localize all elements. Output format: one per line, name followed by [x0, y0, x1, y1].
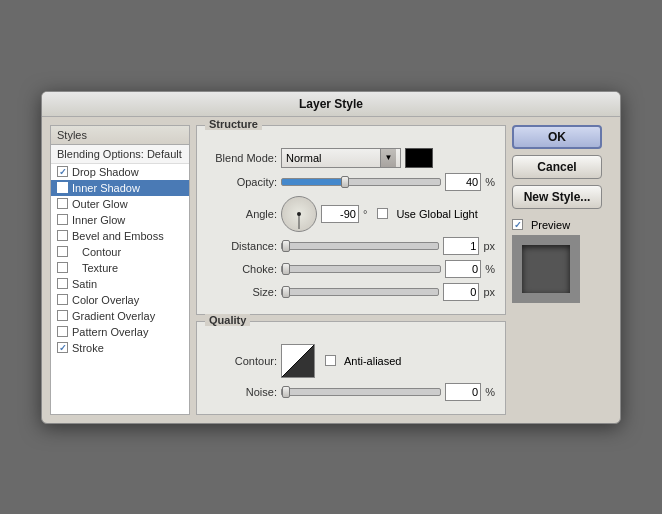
styles-list: Drop ShadowInner ShadowOuter GlowInner G… — [51, 164, 189, 356]
blend-mode-row: Blend Mode: Normal ▼ — [207, 148, 495, 168]
style-checkbox[interactable] — [57, 246, 68, 257]
sidebar-item-outer-glow[interactable]: Outer Glow — [51, 196, 189, 212]
sidebar-item-inner-shadow[interactable]: Inner Shadow — [51, 180, 189, 196]
style-label: Inner Shadow — [72, 182, 140, 194]
style-label: Contour — [72, 246, 121, 258]
contour-label: Contour: — [207, 355, 277, 367]
styles-panel-title: Styles — [51, 126, 189, 145]
opacity-thumb[interactable] — [341, 176, 349, 188]
sidebar-item-bevel-and-emboss[interactable]: Bevel and Emboss — [51, 228, 189, 244]
choke-unit: % — [485, 263, 495, 275]
noise-input[interactable] — [445, 383, 481, 401]
angle-center-dot — [297, 212, 301, 216]
preview-section: Preview — [512, 219, 612, 303]
new-style-button[interactable]: New Style... — [512, 185, 602, 209]
choke-label: Choke: — [207, 263, 277, 275]
layer-style-dialog: Layer Style Styles Blending Options: Def… — [41, 91, 621, 424]
distance-slider[interactable] — [281, 242, 439, 250]
choke-thumb[interactable] — [282, 263, 290, 275]
distance-unit: px — [483, 240, 495, 252]
noise-label: Noise: — [207, 386, 277, 398]
style-checkbox[interactable] — [57, 182, 68, 193]
style-label: Bevel and Emboss — [72, 230, 164, 242]
style-label: Satin — [72, 278, 97, 290]
center-panel: Structure Blend Mode: Normal ▼ Opacity: — [196, 125, 506, 415]
anti-aliased-checkbox[interactable] — [325, 355, 336, 366]
blend-mode-select[interactable]: Normal ▼ — [281, 148, 401, 168]
contour-row: Contour: Anti-aliased — [207, 344, 495, 378]
sidebar-item-inner-glow[interactable]: Inner Glow — [51, 212, 189, 228]
style-label: Stroke — [72, 342, 104, 354]
style-checkbox[interactable] — [57, 166, 68, 177]
sidebar-item-drop-shadow[interactable]: Drop Shadow — [51, 164, 189, 180]
style-checkbox[interactable] — [57, 262, 68, 273]
style-checkbox[interactable] — [57, 278, 68, 289]
style-label: Inner Glow — [72, 214, 125, 226]
angle-needle — [299, 215, 300, 229]
size-unit: px — [483, 286, 495, 298]
noise-thumb[interactable] — [282, 386, 290, 398]
blending-options-item[interactable]: Blending Options: Default — [51, 145, 189, 164]
right-panel: OK Cancel New Style... Preview — [512, 125, 612, 415]
opacity-slider[interactable] — [281, 178, 441, 186]
angle-unit: ° — [363, 208, 367, 220]
angle-input[interactable] — [321, 205, 359, 223]
sidebar-item-color-overlay[interactable]: Color Overlay — [51, 292, 189, 308]
sidebar-item-stroke[interactable]: Stroke — [51, 340, 189, 356]
choke-input[interactable] — [445, 260, 481, 278]
style-label: Drop Shadow — [72, 166, 139, 178]
sidebar-item-pattern-overlay[interactable]: Pattern Overlay — [51, 324, 189, 340]
opacity-unit: % — [485, 176, 495, 188]
style-label: Color Overlay — [72, 294, 139, 306]
global-light-checkbox[interactable] — [377, 208, 388, 219]
shadow-color-swatch[interactable] — [405, 148, 433, 168]
global-light-label: Use Global Light — [396, 208, 477, 220]
blend-mode-value: Normal — [286, 152, 321, 164]
style-checkbox[interactable] — [57, 198, 68, 209]
sidebar-item-contour[interactable]: Contour — [51, 244, 189, 260]
noise-unit: % — [485, 386, 495, 398]
contour-thumbnail[interactable] — [281, 344, 315, 378]
size-slider[interactable] — [281, 288, 439, 296]
global-light-row: Use Global Light — [377, 208, 477, 220]
size-input[interactable] — [443, 283, 479, 301]
style-label: Texture — [72, 262, 118, 274]
opacity-label: Opacity: — [207, 176, 277, 188]
style-checkbox[interactable] — [57, 310, 68, 321]
distance-thumb[interactable] — [282, 240, 290, 252]
style-label: Gradient Overlay — [72, 310, 155, 322]
angle-dial[interactable] — [281, 196, 317, 232]
dialog-title: Layer Style — [42, 92, 620, 117]
size-label: Size: — [207, 286, 277, 298]
style-checkbox[interactable] — [57, 214, 68, 225]
size-row: Size: px — [207, 283, 495, 301]
style-checkbox[interactable] — [57, 230, 68, 241]
noise-row: Noise: % — [207, 383, 495, 401]
blend-mode-label: Blend Mode: — [207, 152, 277, 164]
style-label: Outer Glow — [72, 198, 128, 210]
style-checkbox[interactable] — [57, 326, 68, 337]
choke-slider[interactable] — [281, 265, 441, 273]
distance-input[interactable] — [443, 237, 479, 255]
opacity-row: Opacity: % — [207, 173, 495, 191]
structure-section: Structure Blend Mode: Normal ▼ Opacity: — [196, 125, 506, 315]
distance-label: Distance: — [207, 240, 277, 252]
preview-inner — [522, 245, 570, 293]
sidebar-item-texture[interactable]: Texture — [51, 260, 189, 276]
noise-slider[interactable] — [281, 388, 441, 396]
sidebar-item-satin[interactable]: Satin — [51, 276, 189, 292]
angle-label: Angle: — [207, 208, 277, 220]
opacity-input[interactable] — [445, 173, 481, 191]
style-checkbox[interactable] — [57, 294, 68, 305]
style-checkbox[interactable] — [57, 342, 68, 353]
sidebar-item-gradient-overlay[interactable]: Gradient Overlay — [51, 308, 189, 324]
preview-checkbox[interactable] — [512, 219, 523, 230]
quality-legend: Quality — [205, 314, 250, 326]
size-thumb[interactable] — [282, 286, 290, 298]
cancel-button[interactable]: Cancel — [512, 155, 602, 179]
styles-panel: Styles Blending Options: Default Drop Sh… — [50, 125, 190, 415]
ok-button[interactable]: OK — [512, 125, 602, 149]
distance-row: Distance: px — [207, 237, 495, 255]
quality-content: Contour: Anti-aliased — [197, 330, 505, 414]
quality-section: Quality Contour: Anti-al — [196, 321, 506, 415]
